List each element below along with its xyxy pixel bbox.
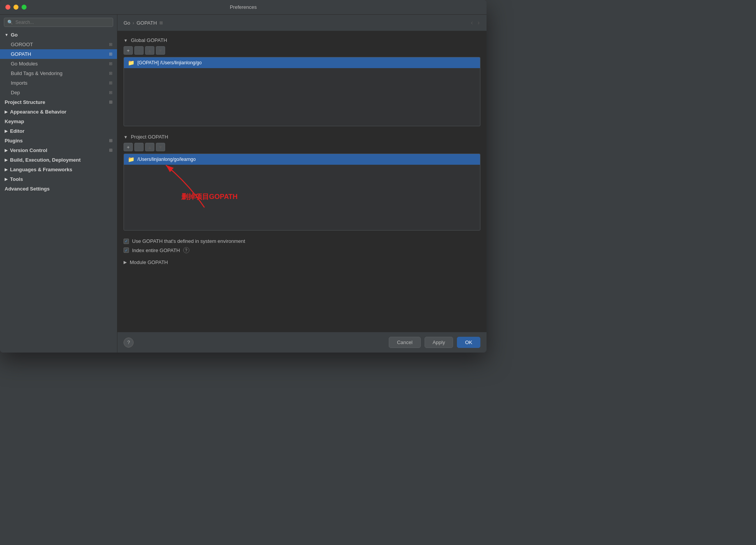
breadcrumb-separator: › xyxy=(132,20,134,26)
global-gopath-label: Global GOPATH xyxy=(131,37,167,43)
chevron-right-icon: ▶ xyxy=(124,260,127,265)
use-gopath-label: Use GOPATH that's defined in system envi… xyxy=(132,238,245,244)
list-item-path: [GOPATH] /Users/linjianlong/go xyxy=(137,60,202,65)
use-gopath-checkbox[interactable]: ✓ xyxy=(124,239,129,244)
move-down-button[interactable]: ▼ xyxy=(156,46,165,55)
index-gopath-row: ✓ Index entire GOPATH ? xyxy=(124,247,480,253)
sidebar-item-label: Keymap xyxy=(5,119,24,124)
sidebar-item-label: Dep xyxy=(11,90,20,95)
project-gopath-list[interactable]: 📁 /Users/linjianlong/go/learngo xyxy=(124,154,480,231)
search-box[interactable]: 🔍 xyxy=(4,18,113,27)
breadcrumb: Go › GOPATH ⊞ xyxy=(124,20,163,26)
window-title: Preferences xyxy=(230,4,257,10)
index-gopath-checkbox[interactable]: ✓ xyxy=(124,247,129,253)
sidebar-item-build-execution[interactable]: ▶ Build, Execution, Deployment xyxy=(0,155,117,165)
project-gopath-toolbar: + − ▲ ▼ xyxy=(124,143,480,151)
breadcrumb-part-go: Go xyxy=(124,20,130,26)
module-gopath-section[interactable]: ▶ Module GOPATH xyxy=(124,258,480,267)
add-button[interactable]: + xyxy=(124,46,133,55)
minimize-button[interactable] xyxy=(13,5,18,10)
sidebar-item-gopath[interactable]: GOPATH ⊞ xyxy=(0,49,117,59)
window-controls[interactable] xyxy=(5,5,27,10)
settings-badge-icon: ⊞ xyxy=(109,100,112,105)
use-gopath-row: ✓ Use GOPATH that's defined in system en… xyxy=(124,238,480,244)
sidebar-item-label: Advanced Settings xyxy=(5,186,50,192)
sidebar-item-label: GOROOT xyxy=(11,42,33,47)
sidebar-item-editor[interactable]: ▶ Editor xyxy=(0,126,117,136)
sidebar-item-label: GOPATH xyxy=(11,51,31,57)
project-section-body: 📁 /Users/linjianlong/go/learngo xyxy=(124,154,480,231)
add-button[interactable]: + xyxy=(124,143,133,151)
sidebar-item-tools[interactable]: ▶ Tools xyxy=(0,174,117,184)
search-input[interactable] xyxy=(15,20,110,25)
sidebar-item-label: Appearance & Behavior xyxy=(10,109,67,115)
settings-badge-icon: ⊞ xyxy=(109,52,112,57)
main-layout: 🔍 ▼ Go GOROOT ⊞ GOPATH ⊞ Go Modules ⊞ B xyxy=(0,15,487,353)
search-icon: 🔍 xyxy=(7,20,13,25)
project-gopath-header: ▼ Project GOPATH xyxy=(124,134,480,140)
sidebar-item-label: Plugins xyxy=(5,138,23,144)
sidebar-item-appearance[interactable]: ▶ Appearance & Behavior xyxy=(0,107,117,117)
settings-badge-icon: ⊞ xyxy=(109,80,112,85)
sidebar-item-version-control[interactable]: ▶ Version Control ⊞ xyxy=(0,145,117,155)
project-gopath-section: ▼ Project GOPATH + − ▲ ▼ 📁 /Users/linjia… xyxy=(124,134,480,231)
list-item[interactable]: 📁 /Users/linjianlong/go/learngo xyxy=(124,154,480,165)
move-down-button[interactable]: ▼ xyxy=(156,143,165,151)
move-up-button[interactable]: ▲ xyxy=(145,143,154,151)
sidebar-item-languages[interactable]: ▶ Languages & Frameworks xyxy=(0,165,117,174)
sidebar-item-label: Languages & Frameworks xyxy=(10,167,72,172)
remove-button[interactable]: − xyxy=(134,46,144,55)
sidebar-item-label: Tools xyxy=(10,176,23,182)
index-gopath-label: Index entire GOPATH xyxy=(132,247,180,253)
sidebar-nav: ▼ Go GOROOT ⊞ GOPATH ⊞ Go Modules ⊞ Buil… xyxy=(0,30,117,353)
action-buttons: Cancel Apply OK xyxy=(389,337,480,348)
settings-icon: ⊞ xyxy=(159,20,163,25)
list-item[interactable]: 📁 [GOPATH] /Users/linjianlong/go xyxy=(124,57,480,68)
project-gopath-label: Project GOPATH xyxy=(131,134,168,140)
collapse-icon[interactable]: ▼ xyxy=(124,135,128,139)
help-icon[interactable]: ? xyxy=(183,247,189,253)
sidebar-item-goroot[interactable]: GOROOT ⊞ xyxy=(0,40,117,49)
settings-badge-icon: ⊞ xyxy=(109,90,112,95)
back-arrow-icon[interactable]: ‹ xyxy=(470,18,473,27)
close-button[interactable] xyxy=(5,5,10,10)
settings-badge-icon: ⊞ xyxy=(109,61,112,66)
move-up-button[interactable]: ▲ xyxy=(145,46,154,55)
sidebar: 🔍 ▼ Go GOROOT ⊞ GOPATH ⊞ Go Modules ⊞ B xyxy=(0,15,117,353)
chevron-right-icon: ▶ xyxy=(5,177,8,181)
global-gopath-section: ▼ Global GOPATH + − ▲ ▼ 📁 [GOPATH] /User… xyxy=(124,37,480,126)
title-bar: Preferences xyxy=(0,0,487,15)
ok-button[interactable]: OK xyxy=(457,337,480,348)
cancel-button[interactable]: Cancel xyxy=(389,337,420,348)
sidebar-item-plugins[interactable]: Plugins ⊞ xyxy=(0,136,117,145)
sidebar-item-keymap[interactable]: Keymap xyxy=(0,117,117,126)
settings-badge-icon: ⊞ xyxy=(109,138,112,143)
breadcrumb-part-gopath: GOPATH xyxy=(137,20,157,26)
maximize-button[interactable] xyxy=(22,5,27,10)
module-gopath-label: Module GOPATH xyxy=(130,259,168,265)
sidebar-item-go-modules[interactable]: Go Modules ⊞ xyxy=(0,59,117,69)
sidebar-item-label: Editor xyxy=(10,128,25,134)
sidebar-item-label: Build Tags & Vendoring xyxy=(11,70,62,76)
global-gopath-toolbar: + − ▲ ▼ xyxy=(124,46,480,55)
content-scroll: ▼ Global GOPATH + − ▲ ▼ 📁 [GOPATH] /User… xyxy=(117,31,487,332)
sidebar-item-dep[interactable]: Dep ⊞ xyxy=(0,88,117,97)
chevron-right-icon: ▶ xyxy=(5,167,8,172)
sidebar-item-label: Go xyxy=(11,32,18,38)
settings-badge-icon: ⊞ xyxy=(109,148,112,153)
remove-button[interactable]: − xyxy=(134,143,144,151)
chevron-right-icon: ▶ xyxy=(5,158,8,162)
collapse-icon[interactable]: ▼ xyxy=(124,38,128,43)
sidebar-item-label: Imports xyxy=(11,80,27,86)
sidebar-item-imports[interactable]: Imports ⊞ xyxy=(0,78,117,88)
forward-arrow-icon[interactable]: › xyxy=(477,18,480,27)
sidebar-item-project-structure[interactable]: Project Structure ⊞ xyxy=(0,97,117,107)
help-button[interactable]: ? xyxy=(124,338,134,348)
folder-icon: 📁 xyxy=(128,60,134,66)
checkbox-section: ✓ Use GOPATH that's defined in system en… xyxy=(124,238,480,253)
global-gopath-list[interactable]: 📁 [GOPATH] /Users/linjianlong/go xyxy=(124,57,480,126)
apply-button[interactable]: Apply xyxy=(425,337,453,348)
sidebar-item-build-tags[interactable]: Build Tags & Vendoring ⊞ xyxy=(0,69,117,78)
sidebar-item-go[interactable]: ▼ Go xyxy=(0,30,117,40)
sidebar-item-advanced-settings[interactable]: Advanced Settings xyxy=(0,184,117,194)
